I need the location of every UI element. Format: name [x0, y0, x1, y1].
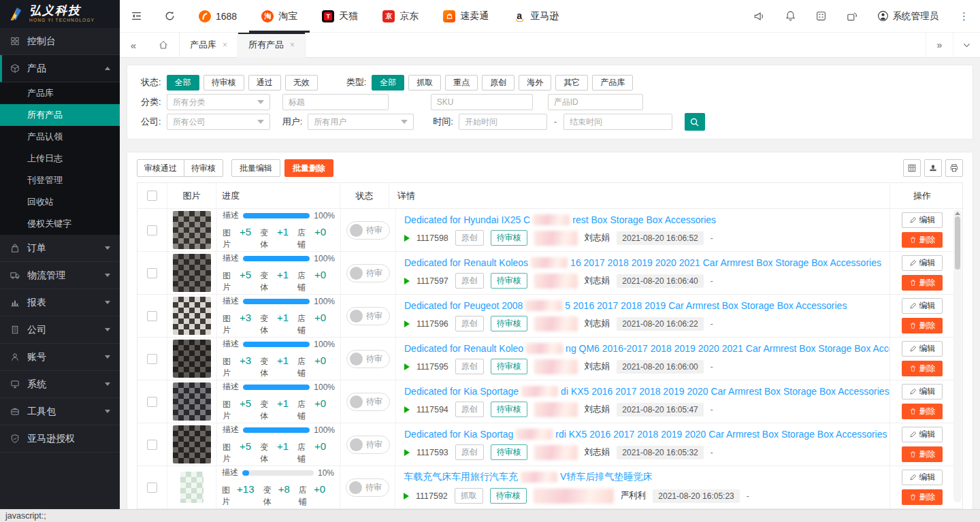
product-thumbnail[interactable] [173, 297, 211, 335]
product-thumbnail[interactable] [180, 472, 203, 503]
edit-button[interactable]: 编辑 [902, 255, 943, 271]
edit-button[interactable]: 编辑 [902, 470, 943, 485]
user-menu[interactable]: 系统管理员 [868, 10, 949, 22]
row-checkbox[interactable] [147, 483, 157, 493]
package-sync-icon[interactable] [836, 0, 868, 33]
play-icon[interactable] [404, 363, 410, 370]
play-icon[interactable] [404, 406, 410, 413]
sidebar-item-accounts[interactable]: 账号 [0, 344, 120, 371]
product-id-input[interactable] [548, 94, 643, 110]
sidebar-item-product[interactable]: 产品 [0, 55, 120, 82]
tabs-scroll-right-icon[interactable]: » [926, 33, 953, 58]
select-all-checkbox[interactable] [147, 191, 157, 201]
close-tab-icon[interactable]: × [290, 40, 295, 50]
delete-button[interactable]: 删除 [902, 361, 943, 376]
product-title-link[interactable]: Dedicated for Renault Koleong QM6 2016-2… [404, 343, 890, 354]
edit-button[interactable]: 编辑 [902, 427, 943, 442]
status-toggle[interactable]: 待审 [346, 307, 390, 325]
platform-tab-1688[interactable]: 1688 [186, 0, 249, 33]
home-tab-icon[interactable] [147, 33, 180, 58]
row-checkbox[interactable] [147, 440, 157, 450]
export-icon[interactable] [924, 159, 942, 177]
tab-product-library[interactable]: 产品库 × [180, 33, 238, 58]
play-icon[interactable] [404, 235, 410, 242]
close-tab-icon[interactable]: × [223, 40, 227, 50]
delete-button[interactable]: 删除 [902, 318, 943, 333]
sidebar-subitem-all-products[interactable]: 所有产品 [0, 104, 120, 126]
approve-button[interactable]: 审核通过 [137, 160, 184, 176]
product-title-link[interactable]: 车载充气床车用旅行汽车充V轿车后排气垫睡觉床 [404, 471, 652, 483]
status-toggle[interactable]: 待审 [346, 393, 390, 411]
delete-button[interactable]: 删除 [902, 446, 943, 462]
play-icon[interactable] [404, 321, 410, 327]
sidebar-item-logistics[interactable]: 物流管理 [0, 262, 120, 289]
platform-tab-jd[interactable]: 京 京东 [370, 0, 431, 33]
sidebar-item-company[interactable]: 公司 [0, 316, 120, 344]
sidebar-item-console[interactable]: 控制台 [0, 28, 120, 55]
delete-button[interactable]: 删除 [902, 275, 943, 291]
edit-button[interactable]: 编辑 [902, 384, 943, 399]
refresh-icon[interactable] [153, 0, 186, 33]
row-checkbox[interactable] [147, 268, 157, 278]
row-checkbox[interactable] [147, 397, 157, 407]
status-toggle[interactable]: 待审 [346, 350, 390, 368]
edit-button[interactable]: 编辑 [902, 212, 943, 228]
status-filter-pending[interactable]: 待审核 [203, 75, 244, 91]
status-toggle[interactable]: 待审 [346, 436, 390, 454]
sidebar-item-reports[interactable]: 报表 [0, 289, 120, 316]
sidebar-subitem-recycle-bin[interactable]: 回收站 [0, 191, 120, 213]
end-time-input[interactable] [564, 114, 672, 130]
company-select[interactable]: 所有公司 [167, 114, 270, 130]
status-filter-approved[interactable]: 通过 [248, 75, 281, 91]
set-pending-button[interactable]: 待审核 [184, 160, 223, 176]
status-toggle[interactable]: 待审 [346, 478, 389, 497]
announcement-icon[interactable] [744, 0, 775, 33]
product-title-link[interactable]: Dedicated for Hyundai IX25 Crest Box Sto… [404, 214, 716, 225]
product-title-link[interactable]: Dedicated for Renault Koleos16 2017 2018… [404, 257, 881, 268]
product-title-link[interactable]: Dedicated for Kia Sportagrdi KX5 2016 20… [404, 429, 887, 440]
platform-tab-amazon[interactable]: a 亚马逊 [501, 0, 571, 33]
sidebar-subitem-product-library[interactable]: 产品库 [0, 82, 120, 104]
row-checkbox[interactable] [147, 225, 157, 235]
apps-grid-icon[interactable] [806, 0, 836, 33]
tabs-scroll-left-icon[interactable]: « [120, 33, 147, 58]
sidebar-item-system[interactable]: 系统 [0, 371, 120, 398]
row-checkbox[interactable] [147, 354, 157, 364]
status-filter-invalid[interactable]: 无效 [285, 75, 318, 91]
category-select[interactable]: 所有分类 [167, 94, 270, 110]
more-menu-icon[interactable]: ⋮ [948, 10, 980, 22]
delete-button[interactable]: 删除 [902, 404, 943, 419]
product-thumbnail[interactable] [173, 382, 211, 421]
tab-all-products[interactable]: 所有产品 × [238, 33, 306, 58]
search-button[interactable] [685, 113, 705, 131]
scroll-up-icon[interactable] [955, 212, 960, 215]
collapse-sidebar-icon[interactable] [120, 0, 153, 33]
sidebar-subitem-infringing-keywords[interactable]: 侵权关键字 [0, 213, 120, 235]
status-filter-all[interactable]: 全部 [167, 75, 199, 91]
product-thumbnail[interactable] [173, 254, 211, 292]
title-input[interactable] [282, 94, 389, 110]
sku-input[interactable] [431, 94, 533, 110]
sidebar-item-amazon-auth[interactable]: 亚马逊授权 [0, 425, 120, 453]
filter-columns-icon[interactable] [903, 159, 921, 177]
edit-button[interactable]: 编辑 [902, 341, 943, 357]
product-thumbnail[interactable] [173, 340, 211, 378]
type-filter-key[interactable]: 重点 [445, 75, 478, 91]
batch-edit-button[interactable]: 批量编辑 [231, 159, 280, 177]
status-toggle[interactable]: 待审 [346, 221, 390, 240]
table-scrollbar[interactable] [953, 210, 962, 502]
type-filter-library[interactable]: 产品库 [592, 75, 633, 91]
notifications-bell-icon[interactable] [775, 0, 806, 33]
product-thumbnail[interactable] [173, 211, 211, 249]
product-title-link[interactable]: Dedicated for Kia Sportagedi KX5 2016 20… [404, 386, 889, 397]
sidebar-item-orders[interactable]: 订单 [0, 235, 120, 262]
type-filter-all[interactable]: 全部 [372, 75, 404, 91]
batch-delete-button[interactable]: 批量删除 [284, 159, 333, 177]
type-filter-overseas[interactable]: 海外 [519, 75, 551, 91]
sidebar-subitem-listing-management[interactable]: 刊登管理 [0, 169, 120, 191]
sidebar-subitem-product-claim[interactable]: 产品认领 [0, 126, 120, 148]
platform-tab-aliexpress[interactable]: 速卖通 [431, 0, 501, 33]
status-toggle[interactable]: 待审 [346, 264, 390, 282]
product-title-link[interactable]: Dedicated for Peugeot 20085 2016 2017 20… [404, 300, 847, 311]
delete-button[interactable]: 删除 [902, 489, 943, 505]
